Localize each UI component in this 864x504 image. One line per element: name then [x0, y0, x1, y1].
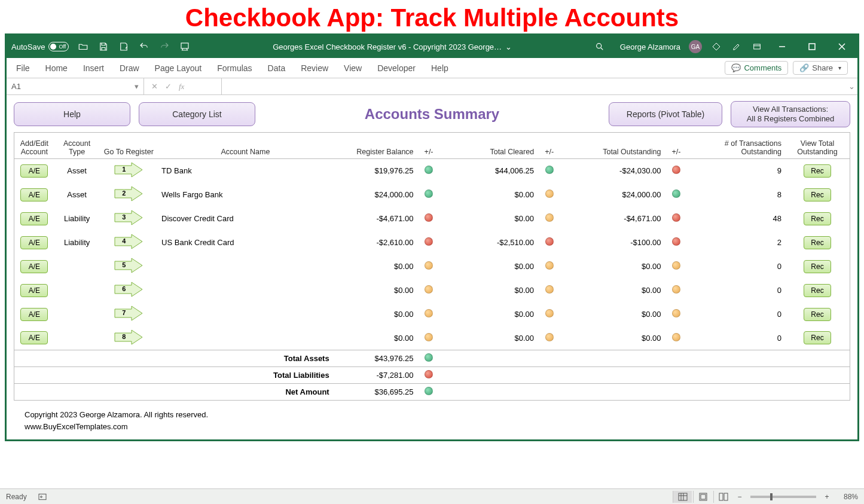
tab-insert[interactable]: Insert — [83, 63, 104, 73]
view-all-transactions-button[interactable]: View All Transactions:All 8 Registers Co… — [731, 101, 850, 127]
outstanding-indicator-icon — [672, 333, 680, 341]
reports-button[interactable]: Reports (Pivot Table) — [609, 102, 722, 126]
confirm-icon[interactable]: ✓ — [165, 82, 172, 91]
table-row: A/E 7 $0.00 $0.00 $0.00 0 Rec — [14, 303, 850, 326]
save-as-icon[interactable] — [118, 41, 130, 53]
svg-rect-6 — [679, 493, 687, 500]
svg-point-1 — [597, 44, 602, 48]
goto-register-button[interactable]: 8 — [114, 329, 144, 345]
balance-indicator-icon — [425, 333, 433, 341]
outstanding-indicator-icon — [672, 285, 680, 294]
avatar[interactable]: GA — [689, 40, 702, 53]
num-transactions-cell: 0 — [688, 326, 785, 350]
total-outstanding-cell: $0.00 — [561, 303, 664, 326]
goto-register-button[interactable]: 4 — [114, 234, 144, 249]
rec-button[interactable]: Rec — [804, 284, 831, 297]
zoom-slider[interactable] — [750, 496, 816, 498]
ribbon-mode-icon[interactable] — [751, 41, 763, 53]
register-balance-cell: -$4,671.00 — [333, 207, 417, 231]
tab-review[interactable]: Review — [301, 63, 328, 73]
goto-register-button[interactable]: 7 — [114, 306, 144, 321]
rec-button[interactable]: Rec — [804, 212, 831, 225]
goto-register-button[interactable]: 5 — [114, 258, 144, 273]
tab-view[interactable]: View — [344, 63, 362, 73]
account-type-cell — [54, 279, 100, 303]
share-icon: 🔗 — [799, 63, 809, 72]
redo-icon[interactable] — [158, 41, 170, 53]
name-box[interactable]: A1▾ — [7, 78, 144, 94]
formula-bar: A1▾ ✕ ✓ fx ⌄ — [7, 78, 857, 95]
tab-data[interactable]: Data — [268, 63, 286, 73]
pen-icon[interactable] — [731, 41, 743, 53]
register-balance-cell: $19,976.25 — [333, 159, 417, 183]
maximize-button[interactable] — [801, 38, 823, 55]
table-row: A/E Asset 1 TD Bank $19,976.25 $44,006.2… — [14, 159, 850, 183]
print-icon[interactable] — [179, 41, 191, 53]
save-icon[interactable] — [97, 41, 109, 53]
add-edit-button[interactable]: A/E — [20, 308, 48, 321]
cancel-icon[interactable]: ✕ — [151, 82, 158, 91]
tab-developer[interactable]: Developer — [377, 63, 416, 73]
add-edit-button[interactable]: A/E — [20, 164, 48, 178]
add-edit-button[interactable]: A/E — [20, 331, 48, 344]
autosave-switch[interactable]: Off — [48, 42, 69, 51]
close-button[interactable] — [831, 38, 853, 55]
table-row: A/E 8 $0.00 $0.00 $0.00 0 Rec — [14, 326, 850, 350]
category-list-button[interactable]: Category List — [139, 102, 255, 126]
view-page-layout-button[interactable] — [693, 491, 712, 503]
add-edit-button[interactable]: A/E — [20, 212, 48, 225]
status-ready: Ready — [6, 493, 27, 501]
search-icon[interactable] — [594, 41, 606, 53]
rec-button[interactable]: Rec — [804, 260, 831, 273]
table-row: A/E 5 $0.00 $0.00 $0.00 0 Rec — [14, 255, 850, 279]
autosave-toggle[interactable]: AutoSave Off — [11, 42, 69, 51]
minimize-button[interactable] — [771, 38, 793, 55]
account-type-cell: Liability — [54, 231, 100, 255]
tab-formulas[interactable]: Formulas — [217, 63, 252, 73]
fx-icon[interactable]: fx — [179, 82, 184, 91]
accessibility-icon[interactable] — [36, 491, 48, 503]
add-edit-button[interactable]: A/E — [20, 284, 48, 297]
view-page-break-button[interactable] — [713, 491, 732, 503]
tab-page-layout[interactable]: Page Layout — [155, 63, 202, 73]
totals-indicator-icon — [425, 370, 433, 378]
account-type-cell — [54, 255, 100, 279]
tab-file[interactable]: File — [16, 63, 30, 73]
account-name-cell — [158, 303, 333, 326]
comments-button[interactable]: 💬Comments — [725, 61, 788, 75]
comment-icon: 💬 — [731, 63, 741, 72]
user-name[interactable]: George Alzamora — [620, 42, 680, 51]
goto-register-button[interactable]: 1 — [114, 162, 144, 178]
rec-button[interactable]: Rec — [804, 236, 831, 249]
share-button[interactable]: 🔗Share▾ — [793, 61, 848, 75]
tab-help[interactable]: Help — [431, 63, 448, 73]
zoom-in-button[interactable]: + — [821, 493, 833, 501]
rec-button[interactable]: Rec — [804, 331, 831, 344]
help-button[interactable]: Help — [14, 102, 130, 126]
autosave-label: AutoSave — [11, 42, 45, 51]
goto-register-button[interactable]: 6 — [114, 282, 144, 297]
open-icon[interactable] — [77, 41, 89, 53]
diamond-icon[interactable] — [710, 41, 722, 53]
svg-rect-9 — [719, 493, 723, 500]
add-edit-button[interactable]: A/E — [20, 260, 48, 273]
add-edit-button[interactable]: A/E — [20, 236, 48, 249]
add-edit-button[interactable]: A/E — [20, 188, 48, 201]
rec-button[interactable]: Rec — [804, 164, 831, 178]
expand-formula-bar[interactable]: ⌄ — [845, 82, 857, 91]
document-title[interactable]: Georges Excel Checkbook Register v6 - Co… — [273, 42, 512, 51]
page-banner: Checkbook App: Track Multiple Accounts — [0, 0, 864, 33]
total-outstanding-cell: -$4,671.00 — [561, 207, 664, 231]
goto-register-button[interactable]: 2 — [114, 186, 144, 201]
rec-button[interactable]: Rec — [804, 308, 831, 321]
tab-draw[interactable]: Draw — [120, 63, 139, 73]
tab-home[interactable]: Home — [45, 63, 68, 73]
rec-button[interactable]: Rec — [804, 188, 831, 201]
zoom-percent[interactable]: 88% — [834, 493, 858, 501]
undo-icon[interactable] — [138, 41, 150, 53]
num-transactions-cell: 0 — [688, 279, 785, 303]
svg-rect-0 — [181, 43, 188, 48]
view-normal-button[interactable] — [673, 491, 692, 503]
goto-register-button[interactable]: 3 — [114, 210, 144, 225]
zoom-out-button[interactable]: − — [734, 493, 746, 501]
